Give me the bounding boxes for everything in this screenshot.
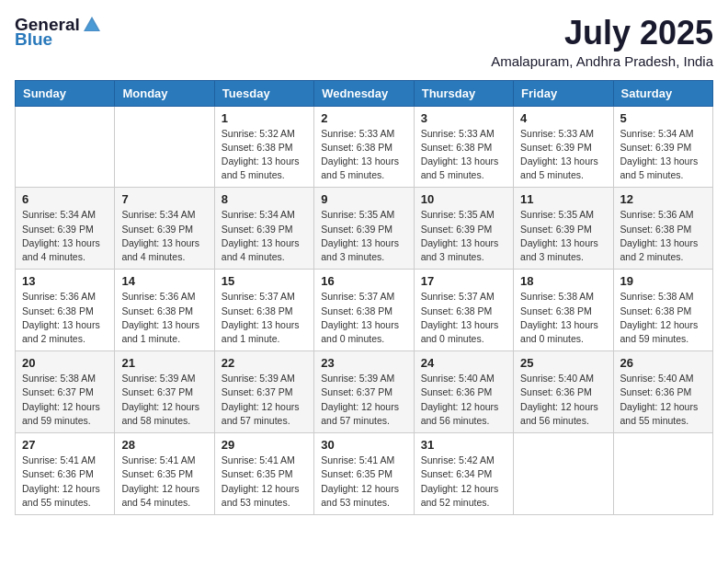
day-info: Sunrise: 5:41 AM Sunset: 6:36 PM Dayligh…	[22, 454, 108, 510]
calendar-cell	[514, 433, 613, 515]
day-info: Sunrise: 5:40 AM Sunset: 6:36 PM Dayligh…	[421, 372, 506, 428]
day-number: 11	[520, 192, 606, 206]
calendar-cell: 15Sunrise: 5:37 AM Sunset: 6:38 PM Dayli…	[214, 270, 313, 351]
calendar-cell: 23Sunrise: 5:39 AM Sunset: 6:37 PM Dayli…	[314, 351, 414, 433]
calendar-week-row: 27Sunrise: 5:41 AM Sunset: 6:36 PM Dayli…	[16, 433, 713, 515]
day-info: Sunrise: 5:37 AM Sunset: 6:38 PM Dayligh…	[421, 290, 506, 346]
col-saturday: Saturday	[613, 80, 712, 106]
calendar-cell: 30Sunrise: 5:41 AM Sunset: 6:35 PM Dayli…	[314, 433, 414, 515]
calendar-cell: 11Sunrise: 5:35 AM Sunset: 6:39 PM Dayli…	[514, 188, 613, 270]
day-number: 15	[222, 274, 307, 288]
day-info: Sunrise: 5:34 AM Sunset: 6:39 PM Dayligh…	[22, 208, 108, 264]
day-number: 13	[22, 274, 108, 288]
day-number: 24	[421, 356, 506, 370]
logo-icon	[82, 15, 102, 35]
calendar-cell: 13Sunrise: 5:36 AM Sunset: 6:38 PM Dayli…	[16, 270, 115, 351]
calendar-cell: 28Sunrise: 5:41 AM Sunset: 6:35 PM Dayli…	[115, 433, 214, 515]
day-number: 29	[222, 438, 307, 452]
day-number: 6	[22, 192, 108, 206]
col-tuesday: Tuesday	[214, 80, 313, 106]
calendar-table: Sunday Monday Tuesday Wednesday Thursday…	[15, 80, 713, 515]
calendar-cell: 5Sunrise: 5:34 AM Sunset: 6:39 PM Daylig…	[613, 106, 712, 188]
calendar-cell: 21Sunrise: 5:39 AM Sunset: 6:37 PM Dayli…	[115, 351, 214, 433]
calendar-cell: 26Sunrise: 5:40 AM Sunset: 6:36 PM Dayli…	[613, 351, 712, 433]
calendar-cell: 24Sunrise: 5:40 AM Sunset: 6:36 PM Dayli…	[414, 351, 513, 433]
calendar-cell: 22Sunrise: 5:39 AM Sunset: 6:37 PM Dayli…	[214, 351, 313, 433]
day-number: 12	[620, 192, 706, 206]
calendar-week-row: 1Sunrise: 5:32 AM Sunset: 6:38 PM Daylig…	[16, 106, 713, 188]
calendar-cell: 3Sunrise: 5:33 AM Sunset: 6:38 PM Daylig…	[414, 106, 513, 188]
calendar-cell: 9Sunrise: 5:35 AM Sunset: 6:39 PM Daylig…	[314, 188, 414, 270]
calendar-cell: 17Sunrise: 5:37 AM Sunset: 6:38 PM Dayli…	[414, 270, 513, 351]
page-header: General Blue July 2025 Amalapuram, Andhr…	[15, 15, 713, 69]
day-info: Sunrise: 5:38 AM Sunset: 6:38 PM Dayligh…	[520, 290, 606, 346]
day-info: Sunrise: 5:34 AM Sunset: 6:39 PM Dayligh…	[620, 127, 706, 183]
day-info: Sunrise: 5:36 AM Sunset: 6:38 PM Dayligh…	[620, 208, 706, 264]
day-number: 25	[520, 356, 606, 370]
day-info: Sunrise: 5:40 AM Sunset: 6:36 PM Dayligh…	[520, 372, 606, 428]
day-number: 5	[620, 111, 706, 125]
calendar-cell: 10Sunrise: 5:35 AM Sunset: 6:39 PM Dayli…	[414, 188, 513, 270]
day-number: 8	[222, 192, 307, 206]
day-info: Sunrise: 5:35 AM Sunset: 6:39 PM Dayligh…	[421, 208, 506, 264]
day-number: 10	[421, 192, 506, 206]
day-number: 19	[620, 274, 706, 288]
day-number: 20	[22, 356, 108, 370]
calendar-cell: 25Sunrise: 5:40 AM Sunset: 6:36 PM Dayli…	[514, 351, 613, 433]
calendar-cell: 19Sunrise: 5:38 AM Sunset: 6:38 PM Dayli…	[613, 270, 712, 351]
day-info: Sunrise: 5:41 AM Sunset: 6:35 PM Dayligh…	[121, 454, 207, 510]
day-info: Sunrise: 5:34 AM Sunset: 6:39 PM Dayligh…	[222, 208, 307, 264]
day-info: Sunrise: 5:42 AM Sunset: 6:34 PM Dayligh…	[421, 454, 506, 510]
calendar-cell: 20Sunrise: 5:38 AM Sunset: 6:37 PM Dayli…	[16, 351, 115, 433]
day-number: 18	[520, 274, 606, 288]
calendar-cell: 6Sunrise: 5:34 AM Sunset: 6:39 PM Daylig…	[16, 188, 115, 270]
day-number: 9	[321, 192, 406, 206]
calendar-cell: 8Sunrise: 5:34 AM Sunset: 6:39 PM Daylig…	[214, 188, 313, 270]
day-number: 1	[222, 111, 307, 125]
day-number: 22	[222, 356, 307, 370]
calendar-week-row: 6Sunrise: 5:34 AM Sunset: 6:39 PM Daylig…	[16, 188, 713, 270]
day-number: 30	[321, 438, 406, 452]
col-thursday: Thursday	[414, 80, 513, 106]
logo: General Blue	[15, 15, 102, 50]
location-title: Amalapuram, Andhra Pradesh, India	[491, 53, 713, 69]
calendar-cell	[16, 106, 115, 188]
calendar-cell	[613, 433, 712, 515]
day-info: Sunrise: 5:35 AM Sunset: 6:39 PM Dayligh…	[321, 208, 406, 264]
day-info: Sunrise: 5:36 AM Sunset: 6:38 PM Dayligh…	[22, 290, 108, 346]
calendar-cell: 16Sunrise: 5:37 AM Sunset: 6:38 PM Dayli…	[314, 270, 414, 351]
day-info: Sunrise: 5:36 AM Sunset: 6:38 PM Dayligh…	[121, 290, 207, 346]
col-sunday: Sunday	[16, 80, 115, 106]
calendar-cell: 31Sunrise: 5:42 AM Sunset: 6:34 PM Dayli…	[414, 433, 513, 515]
calendar-cell	[115, 106, 214, 188]
day-info: Sunrise: 5:38 AM Sunset: 6:37 PM Dayligh…	[22, 372, 108, 428]
day-number: 28	[121, 438, 207, 452]
day-info: Sunrise: 5:37 AM Sunset: 6:38 PM Dayligh…	[222, 290, 307, 346]
day-number: 23	[321, 356, 406, 370]
col-wednesday: Wednesday	[314, 80, 414, 106]
day-number: 31	[421, 438, 506, 452]
title-block: July 2025 Amalapuram, Andhra Pradesh, In…	[491, 15, 713, 69]
logo-blue: Blue	[15, 29, 52, 50]
day-info: Sunrise: 5:33 AM Sunset: 6:39 PM Dayligh…	[520, 127, 606, 183]
day-info: Sunrise: 5:33 AM Sunset: 6:38 PM Dayligh…	[421, 127, 506, 183]
day-info: Sunrise: 5:41 AM Sunset: 6:35 PM Dayligh…	[222, 454, 307, 510]
calendar-cell: 29Sunrise: 5:41 AM Sunset: 6:35 PM Dayli…	[214, 433, 313, 515]
month-title: July 2025	[491, 15, 713, 52]
calendar-week-row: 20Sunrise: 5:38 AM Sunset: 6:37 PM Dayli…	[16, 351, 713, 433]
day-number: 3	[421, 111, 506, 125]
day-number: 7	[121, 192, 207, 206]
day-info: Sunrise: 5:37 AM Sunset: 6:38 PM Dayligh…	[321, 290, 406, 346]
col-monday: Monday	[115, 80, 214, 106]
day-info: Sunrise: 5:34 AM Sunset: 6:39 PM Dayligh…	[121, 208, 207, 264]
day-info: Sunrise: 5:33 AM Sunset: 6:38 PM Dayligh…	[321, 127, 406, 183]
day-number: 2	[321, 111, 406, 125]
calendar-cell: 18Sunrise: 5:38 AM Sunset: 6:38 PM Dayli…	[514, 270, 613, 351]
day-info: Sunrise: 5:39 AM Sunset: 6:37 PM Dayligh…	[121, 372, 207, 428]
calendar-header-row: Sunday Monday Tuesday Wednesday Thursday…	[16, 80, 713, 106]
day-number: 17	[421, 274, 506, 288]
calendar-cell: 27Sunrise: 5:41 AM Sunset: 6:36 PM Dayli…	[16, 433, 115, 515]
day-info: Sunrise: 5:38 AM Sunset: 6:38 PM Dayligh…	[620, 290, 706, 346]
calendar-cell: 4Sunrise: 5:33 AM Sunset: 6:39 PM Daylig…	[514, 106, 613, 188]
day-number: 21	[121, 356, 207, 370]
